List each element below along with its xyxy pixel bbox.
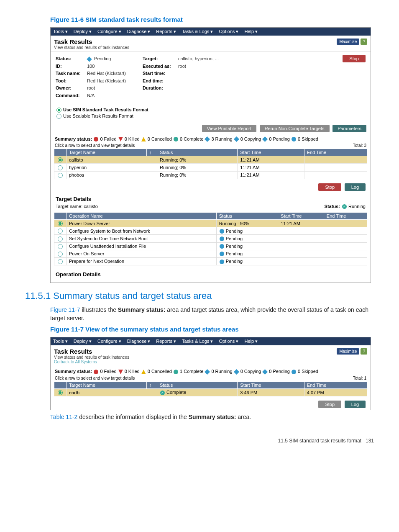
format-radios: Use SIM Standard Task Results Format Use… bbox=[51, 103, 371, 123]
section-11-5-1-heading: 11.5.1 Summary status and target status … bbox=[25, 290, 374, 301]
log-button-2[interactable]: Log bbox=[345, 401, 366, 408]
menu-item[interactable]: Tools ▾ bbox=[53, 339, 68, 344]
scroll-area: Status: PendingID:100Task name:Red Hat (… bbox=[51, 51, 371, 283]
task-results-subtitle: View status and results of task instance… bbox=[54, 45, 129, 50]
stop-button-2[interactable]: Stop bbox=[318, 183, 341, 191]
scroll-area-2: Summary status: 0 Failed 0 Killed 0 Canc… bbox=[51, 366, 371, 410]
radio-icon bbox=[58, 252, 63, 257]
table-row[interactable]: phobosRunning; 0%11:21 AM bbox=[54, 171, 367, 179]
target-status-table-2: Target Name↑StatusStart TimeEnd Timeeart… bbox=[54, 381, 367, 396]
operations-table: Operation NameStatusStart TimeEnd TimePo… bbox=[54, 212, 367, 265]
rerun-button[interactable]: Rerun Non-Complete Targets bbox=[260, 125, 330, 132]
radio-scalable[interactable]: Use Scalable Task Results Format bbox=[56, 113, 365, 119]
target-name-line: Target name: callisto bbox=[56, 204, 98, 209]
menu-item[interactable]: Help ▾ bbox=[244, 29, 258, 34]
figure-11-6-screenshot: Tools ▾Deploy ▾Configure ▾Diagnose ▾Repo… bbox=[50, 27, 371, 283]
menu-item[interactable]: Options ▾ bbox=[219, 339, 238, 344]
target-details-heading: Target Details bbox=[56, 196, 366, 202]
table-row[interactable]: Configure System to Boot from Network Pe… bbox=[54, 227, 367, 235]
complete-icon: ✓ bbox=[160, 391, 165, 395]
table-row[interactable]: hyperionRunning; 0%11:21 AM bbox=[54, 164, 367, 171]
radio-icon bbox=[58, 236, 63, 242]
operation-details-heading: Operation Details bbox=[56, 271, 366, 278]
menu-bar-2: Tools ▾Deploy ▾Configure ▾Diagnose ▾Repo… bbox=[51, 337, 371, 345]
mid-info-block: Target:callisto, hyperion, ...Executed a… bbox=[126, 55, 343, 100]
table-row[interactable]: Power On Server Pending bbox=[54, 250, 367, 257]
figure-11-6-caption: Figure 11-6 SIM standard task results fo… bbox=[50, 16, 374, 23]
menu-item[interactable]: Configure ▾ bbox=[97, 339, 121, 344]
pending-icon bbox=[87, 57, 92, 62]
menu-item[interactable]: Configure ▾ bbox=[97, 29, 121, 34]
menu-item[interactable]: Diagnose ▾ bbox=[127, 29, 151, 34]
pending-icon bbox=[220, 252, 224, 256]
paragraph-2: Table 11-2 describes the information dis… bbox=[50, 413, 374, 421]
table-row[interactable]: Configure Unattended Installation File P… bbox=[54, 242, 367, 250]
radio-icon bbox=[58, 259, 63, 264]
stop-button[interactable]: Stop bbox=[343, 55, 366, 62]
radio-selected-icon bbox=[56, 108, 61, 113]
summary-status-line-2: Summary status: 0 Failed 0 Killed 0 Canc… bbox=[51, 366, 371, 375]
maximize-button[interactable]: Maximize bbox=[337, 39, 359, 45]
menu-item[interactable]: Diagnose ▾ bbox=[127, 339, 151, 344]
menu-item[interactable]: Tasks & Logs ▾ bbox=[182, 29, 213, 34]
radio-icon bbox=[58, 229, 63, 234]
table-row[interactable]: Set System to One Time Network Boot Pend… bbox=[54, 235, 367, 242]
left-info-block: Status: PendingID:100Task name:Red Hat (… bbox=[56, 55, 126, 100]
view-printable-button[interactable]: View Printable Report bbox=[202, 125, 256, 132]
pending-icon bbox=[220, 260, 224, 264]
menu-item[interactable]: Tools ▾ bbox=[53, 29, 68, 34]
help-icon[interactable]: ? bbox=[361, 39, 367, 45]
radio-icon bbox=[58, 157, 63, 162]
target-status-table: Target Name↑StatusStart TimeEnd Timecall… bbox=[54, 149, 367, 179]
pending-icon bbox=[220, 236, 224, 241]
radio-icon bbox=[58, 173, 63, 178]
pending-icon bbox=[220, 229, 224, 234]
radio-unselected-icon bbox=[56, 114, 61, 119]
menu-item[interactable]: Reports ▾ bbox=[156, 339, 176, 344]
table-row[interactable]: callistoRunning; 0%11:21 AM bbox=[54, 156, 367, 164]
page-footer: 11.5 SIM standard task results format 13… bbox=[25, 438, 374, 444]
total-count: Total: 3 bbox=[353, 143, 366, 148]
radio-icon bbox=[58, 221, 63, 226]
total-count-2: Total: 1 bbox=[353, 376, 366, 380]
task-results-subtitle-2: View status and results of task instance… bbox=[54, 355, 129, 360]
go-back-link[interactable]: Go back to All Systems bbox=[54, 360, 129, 364]
task-results-title: Task Results bbox=[54, 38, 129, 45]
pending-icon bbox=[220, 244, 224, 249]
menu-item[interactable]: Tasks & Logs ▾ bbox=[182, 339, 213, 344]
figure-11-7-caption: Figure 11-7 View of the summary status a… bbox=[50, 326, 374, 333]
table-row[interactable]: Prepare for Next Operation Pending bbox=[54, 257, 367, 265]
help-icon-2[interactable]: ? bbox=[361, 348, 367, 355]
click-row-hint-2: Click a row to select and view target de… bbox=[55, 376, 135, 380]
summary-status-line: Summary status: 0 Failed 0 Killed 0 Canc… bbox=[51, 134, 371, 143]
table-row[interactable]: Power Down ServerRunning : 90%11:21 AM bbox=[54, 220, 367, 227]
task-results-title-2: Task Results bbox=[54, 348, 129, 355]
radio-icon bbox=[58, 390, 63, 395]
menu-bar: Tools ▾Deploy ▾Configure ▾Diagnose ▾Repo… bbox=[51, 28, 371, 36]
figure-11-7-screenshot: Tools ▾Deploy ▾Configure ▾Diagnose ▾Repo… bbox=[50, 337, 371, 410]
paragraph-1: Figure 11-7 illustrates the Summary stat… bbox=[50, 306, 374, 323]
radio-icon bbox=[58, 244, 63, 249]
table-row[interactable]: earth✓ Complete3:46 PM4:07 PM bbox=[54, 388, 367, 396]
menu-item[interactable]: Deploy ▾ bbox=[74, 339, 92, 344]
stop-button-3[interactable]: Stop bbox=[318, 401, 341, 408]
log-button[interactable]: Log bbox=[345, 183, 366, 191]
radio-icon bbox=[58, 165, 63, 170]
parameters-button[interactable]: Parameters bbox=[332, 125, 366, 132]
menu-item[interactable]: Reports ▾ bbox=[156, 29, 176, 34]
status-running: Status: ✓ Running bbox=[325, 204, 366, 209]
click-row-hint: Click a row to select and view target de… bbox=[55, 143, 135, 148]
menu-item[interactable]: Options ▾ bbox=[219, 29, 238, 34]
radio-sim-standard[interactable]: Use SIM Standard Task Results Format bbox=[56, 107, 365, 113]
menu-item[interactable]: Deploy ▾ bbox=[74, 29, 92, 34]
maximize-button-2[interactable]: Maximize bbox=[337, 348, 359, 355]
menu-item[interactable]: Help ▾ bbox=[244, 339, 258, 344]
